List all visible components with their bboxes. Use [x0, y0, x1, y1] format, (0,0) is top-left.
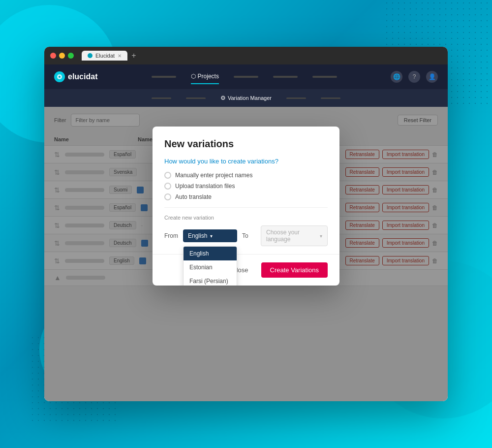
logo-icon [54, 71, 65, 82]
new-tab-button[interactable]: + [131, 51, 136, 60]
nav-placeholder-3 [273, 76, 298, 78]
create-variation-label: Create new variation [164, 215, 328, 221]
nav-placeholder-2 [234, 76, 258, 78]
header-icons: 🌐 ? 👤 [391, 71, 438, 83]
from-language-select[interactable]: English ▾ [183, 229, 237, 242]
main-content: Filter Reset Filter Name Name in Release… [44, 107, 448, 401]
radio-manually[interactable]: Manually enter project names [164, 172, 328, 179]
to-label: To [242, 232, 256, 239]
sub-nav-variation-manager[interactable]: ⚙ Variation Manager [220, 95, 272, 101]
browser-window: Elucidat ✕ + elucidat ⬡ Projects [44, 47, 448, 401]
from-language-value: English [188, 232, 207, 239]
radio-circle [164, 183, 171, 190]
radio-circle [164, 172, 171, 179]
divider [164, 207, 328, 208]
help-icon[interactable]: ? [408, 71, 420, 83]
to-language-placeholder: Choose your language [266, 229, 317, 243]
tab-close-icon[interactable]: ✕ [118, 53, 122, 59]
radio-upload[interactable]: Upload translation files [164, 183, 328, 190]
logo-text: elucidat [68, 72, 97, 81]
language-dropdown-list[interactable]: English Estonian Farsi (Persian) Filipin… [183, 246, 237, 286]
from-to-row: From English ▾ To Choose your language ▾ [164, 225, 328, 246]
new-variations-modal: New variations How would you like to cre… [153, 127, 339, 286]
sub-nav-label: Variation Manager [228, 95, 272, 101]
modal-footer: Close Create Variations [153, 254, 339, 286]
modal-header: New variations How would you like to cre… [153, 127, 339, 254]
radio-auto[interactable]: Auto translate [164, 193, 328, 200]
dropdown-item-farsi[interactable]: Farsi (Persian) [184, 274, 237, 286]
sub-header: ⚙ Variation Manager [44, 89, 448, 107]
modal-title: New variations [164, 138, 328, 150]
to-language-select[interactable]: Choose your language ▾ [261, 225, 328, 246]
modal-overlay: New variations How would you like to cre… [44, 107, 448, 401]
sub-nav-placeholder-2 [186, 97, 206, 99]
browser-chrome: Elucidat ✕ + [44, 47, 448, 64]
nav-projects[interactable]: ⬡ Projects [191, 69, 219, 84]
dropdown-item-estonian[interactable]: Estonian [184, 260, 237, 274]
app-header: elucidat ⬡ Projects 🌐 ? 👤 [44, 64, 448, 89]
sub-nav-placeholder-4 [321, 97, 340, 99]
radio-label-upload: Upload translation files [175, 183, 235, 190]
chevron-down-icon: ▾ [320, 233, 322, 239]
close-traffic-light[interactable] [50, 53, 56, 59]
maximize-traffic-light[interactable] [68, 53, 74, 59]
modal-question: How would you like to create variations? [164, 158, 328, 165]
user-icon[interactable]: 👤 [426, 71, 438, 83]
chevron-down-icon: ▾ [210, 233, 213, 239]
sub-nav-placeholder-1 [152, 97, 171, 99]
minimize-traffic-light[interactable] [59, 53, 65, 59]
browser-tab[interactable]: Elucidat ✕ [82, 51, 127, 61]
main-nav: ⬡ Projects [107, 69, 381, 84]
sub-nav-placeholder-3 [286, 97, 306, 99]
nav-placeholder-1 [152, 76, 176, 78]
dropdown-item-english[interactable]: English [184, 247, 237, 260]
tab-bar: Elucidat ✕ + [82, 51, 442, 61]
projects-icon: ⬡ [191, 73, 196, 80]
radio-label-auto: Auto translate [175, 193, 212, 200]
nav-placeholder-4 [312, 76, 337, 78]
traffic-lights [50, 53, 74, 59]
tab-title: Elucidat [95, 53, 115, 59]
radio-label-manually: Manually enter project names [175, 172, 252, 179]
globe-icon[interactable]: 🌐 [391, 71, 402, 83]
variation-manager-icon: ⚙ [220, 95, 226, 101]
logo: elucidat [54, 71, 97, 82]
radio-circle [164, 193, 171, 200]
svg-point-1 [59, 76, 61, 78]
from-label: From [164, 232, 178, 239]
favicon [88, 53, 92, 58]
radio-group: Manually enter project names Upload tran… [164, 172, 328, 200]
create-variations-button[interactable]: Create Variations [261, 262, 328, 278]
